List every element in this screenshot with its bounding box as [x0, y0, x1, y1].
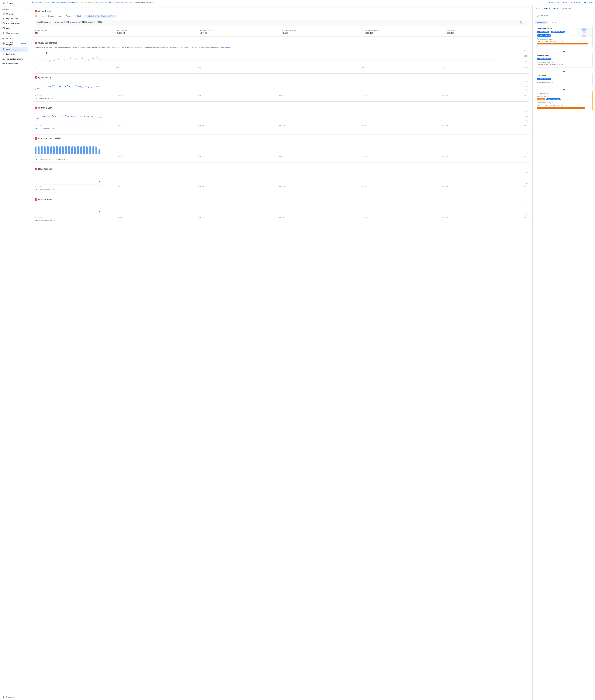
svg-rect-44 — [81, 146, 82, 154]
bar-latency-3 — [537, 107, 585, 108]
scatter-chart: 3.00s 2.25s 1.50s — [35, 50, 528, 66]
cpu-utilization-section: 6 CPU utilization 8s 4s 2s 0 — [32, 104, 530, 132]
sidebar-item-query[interactable]: Query — [0, 26, 28, 31]
scatter-dot[interactable] — [58, 58, 59, 60]
rows-returned-x-axis: UTC+5:30 9:30 PM 10:00 PM 10:30 PM 11:00… — [35, 216, 528, 218]
stat-execution-count: Execution Count 340 — [35, 29, 115, 34]
svg-text:Table scan: Table scan — [583, 37, 586, 37]
copy-icon — [520, 22, 522, 24]
time-btn-30days[interactable]: 30 days — [73, 14, 83, 18]
write-ddl-button[interactable]: WRITE DDL — [548, 1, 561, 3]
svg-text:Distributed: Distributed — [582, 29, 586, 30]
expand-sql-button[interactable] — [523, 21, 526, 24]
sidebar-item-change-streams[interactable]: Change streams — [0, 31, 28, 35]
cpu-x-axis: UTC+5:30 9:30 PM 10:00 PM 10:30 PM 11:00… — [35, 125, 528, 127]
query-plan-samples-description: Select one of the dots to see a query pl… — [35, 46, 528, 49]
toggle-expanded-button[interactable]: EXPANDED — [535, 21, 548, 24]
cpu-utilization-title: 6 CPU utilization — [35, 107, 528, 109]
rows-scanned-chart: 7M 6M — [35, 172, 528, 185]
qp-node-filter-scan: Filter scan Highest row count Rows retur… — [535, 73, 593, 85]
svg-rect-41 — [77, 146, 78, 154]
svg-point-63 — [99, 181, 100, 182]
breadcrumb-db-name[interactable]: example-db-1: Query insights — [104, 1, 127, 3]
query-latency-section: 5 Query latency 3s 2.5s 2s 1.5s 1s — [32, 74, 530, 101]
scatter-dot[interactable] — [76, 59, 77, 60]
sidebar-item-transaction-insights[interactable]: Transaction insights — [0, 56, 28, 61]
sidebar: Spanner DATABASE Overview Import/Export … — [0, 0, 30, 700]
node-1-cpu-time: CPU time: 20 ms — [550, 64, 563, 65]
qp-view-toggle: EXPANDED COMPACT — [535, 21, 593, 24]
release-notes-icon — [2, 696, 4, 698]
badge-table-row-count: Highest row count — [546, 98, 561, 100]
node-table-subtitle: on order_item — [537, 95, 591, 97]
scatter-dot-selected[interactable] — [46, 52, 48, 54]
svg-rect-45 — [83, 146, 84, 154]
learn-button[interactable]: LEARN — [584, 1, 593, 3]
svg-rect-16 — [39, 147, 40, 154]
sidebar-item-key-visualizer[interactable]: Key Visualizer — [0, 61, 28, 66]
scatter-dot[interactable] — [88, 59, 89, 61]
right-panel-header: Sample query: 3/1/23, 9:55 PM — [533, 5, 595, 13]
badge-full-scan: Full scan — [537, 98, 545, 100]
time-btn-1day[interactable]: 1 day — [56, 14, 64, 18]
svg-rect-25 — [53, 146, 54, 154]
next-query-button[interactable] — [539, 7, 543, 10]
delete-database-button[interactable]: DELETE DATABASE — [563, 1, 582, 3]
scatter-dot[interactable] — [53, 60, 55, 61]
sidebar-item-backup-restore[interactable]: Backup/Restore — [0, 21, 28, 26]
svg-point-67 — [99, 211, 100, 212]
topbar: All instances › INSTANCE example-instanc… — [30, 0, 595, 5]
failed-legend-dot — [55, 159, 58, 159]
collapse-icon[interactable] — [25, 8, 27, 11]
svg-rect-20 — [46, 147, 46, 154]
sidebar-item-query-insights[interactable]: Query insights — [0, 47, 28, 52]
svg-text:Filter scan: Filter scan — [583, 34, 586, 35]
collapse-obs-icon[interactable] — [25, 37, 27, 39]
breadcrumb-instance-name[interactable]: example-instance: Overview — [52, 1, 75, 3]
scatter-svg — [35, 51, 508, 64]
rows-returned-title: 9 Rows returned — [35, 198, 528, 201]
streams-icon — [2, 32, 5, 34]
qp-node-distributed-union: Distributed Serialize Filter scan Table … — [535, 26, 593, 47]
copy-sql-button[interactable] — [520, 21, 522, 24]
sidebar-item-system-insights[interactable]: System insights NEW — [0, 40, 28, 47]
sidebar-item-import-export[interactable]: Import/Export — [0, 16, 28, 21]
time-btn-6hours[interactable]: 6 hours — [47, 14, 56, 18]
expand-panel-button[interactable] — [590, 7, 593, 10]
qp-node-serialize-result: Serialize result Highest row count Rows … — [535, 53, 593, 67]
date-range-selector[interactable]: ✓ 3/1/23, 8:43 PM – 3/2/23, 12:04 AM — [84, 14, 117, 18]
time-btn-1hour[interactable]: 1 hour — [38, 14, 46, 18]
svg-rect-50 — [90, 146, 91, 154]
query-plan-samples-section: 3 Query plan samples Select one of the d… — [32, 39, 530, 71]
execution-count-title: 7 Execution count / Failed — [35, 137, 528, 140]
query-latency-title: 5 Query latency — [35, 76, 528, 79]
scatter-dot[interactable] — [49, 60, 50, 61]
lock-icon — [2, 53, 5, 55]
sidebar-item-lock-insights[interactable]: Lock insights — [0, 52, 28, 56]
badge-serialize-row-count: Highest row count — [537, 58, 551, 60]
scatter-dot[interactable] — [70, 57, 71, 59]
breadcrumb-all-instances[interactable]: All instances — [32, 1, 42, 3]
scatter-dot[interactable] — [92, 58, 93, 59]
rows-scanned-title: 8 Rows scanned — [35, 168, 528, 170]
scatter-dot[interactable] — [96, 57, 98, 58]
learn-more-link[interactable]: Learn more — [220, 46, 231, 49]
svg-rect-37 — [71, 147, 72, 154]
tab-query-plan[interactable]: QUERY PLAN — [535, 13, 550, 18]
node-3-latency: Latency: 2.75 s — [537, 104, 548, 106]
sidebar-item-overview[interactable]: Overview — [0, 11, 28, 16]
warning-icon: ⚠ — [537, 92, 539, 95]
svg-rect-13 — [35, 147, 36, 154]
badge-highest-row-count: Highest row count — [537, 34, 551, 37]
time-btn-7days[interactable]: 7 days — [64, 14, 73, 18]
exec-legend: Execution count: 1 Failed: 0 — [35, 158, 528, 160]
rows-scanned-x-axis: UTC+5:30 9:30 PM 10:00 PM 10:30 PM 11:00… — [35, 186, 528, 188]
database-section-header: DATABASE — [0, 7, 30, 11]
scatter-dot[interactable] — [82, 57, 83, 59]
latency-chart: 3s 2.5s 2s 1.5s 1s — [35, 81, 528, 94]
breadcrumb-fprint-label: FPRINT — [129, 2, 134, 3]
toggle-compact-button[interactable]: COMPACT — [548, 21, 560, 24]
prev-query-button[interactable] — [535, 7, 539, 10]
release-notes[interactable]: Release Notes — [0, 694, 30, 700]
qp-node-table-scan: ⚠ Table scan on order_item Full scan Hig… — [535, 91, 593, 111]
